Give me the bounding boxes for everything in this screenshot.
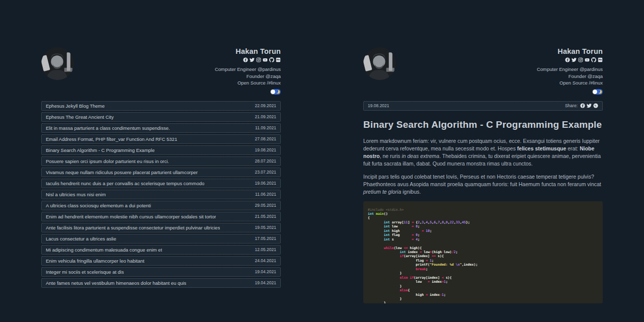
instagram-icon[interactable] (256, 57, 261, 62)
post-date: 11.06.2021 (255, 192, 276, 197)
post-date: 19.04.2021 (255, 269, 276, 274)
post-row[interactable]: Mi adipiscing condimentum malesuada cong… (41, 245, 281, 255)
moon-icon (276, 90, 280, 94)
post-date: 27.08.2021 (255, 136, 276, 141)
code-content: #include <stdio.h> int main() { int arra… (368, 208, 598, 303)
post-list: Ephesus Jekyll Blog Theme22.09.2021Ephes… (41, 101, 281, 288)
post-date: 19.06.2021 (255, 181, 276, 186)
article-title: Binary Search Algorithm - C Programming … (363, 119, 603, 130)
post-title: Elit in massa parturient a class condime… (46, 125, 170, 131)
post-date: 17.05.2021 (255, 236, 276, 241)
twitter-icon[interactable] (587, 103, 592, 108)
post-date: 19.05.2021 (255, 225, 276, 230)
post-row[interactable]: Vivamus neque nullam ridiculus posuere p… (41, 168, 281, 177)
toggle-knob-icon (593, 90, 597, 94)
post-title: Nisl a ultricies mus nisi enim (46, 192, 106, 197)
article-paragraph: Lorem markdownum feriam: vir, vulnere cu… (363, 137, 603, 168)
youtube-icon[interactable] (585, 57, 590, 62)
avatar[interactable] (363, 47, 396, 80)
post-title: Ephesus The Great Ancient City (46, 114, 114, 120)
post-row[interactable]: Binary Search Algorithm - C Programming … (41, 145, 281, 155)
post-date: 12.05.2021 (255, 247, 276, 252)
share-label: Share: (565, 103, 578, 108)
social-icon-row: Me (215, 57, 281, 62)
site-name: Hakan Torun (537, 47, 603, 55)
article-body: Lorem markdownum feriam: vir, vulnere cu… (363, 137, 603, 196)
post-title: Vivamus neque nullam ridiculus posuere p… (46, 170, 198, 175)
post-title: Lacus consectetur a ultrices aslie (46, 236, 116, 242)
article-paragraph: Incipit pars telis quod colebat tenet Io… (363, 173, 603, 196)
post-title: Posuere sapien orci ipsum dolor parturie… (46, 158, 169, 164)
post-date: 23.07.2021 (255, 170, 276, 175)
post-title: Integer mi sociis et scelerisque at dis (46, 269, 124, 275)
youtube-icon[interactable] (263, 57, 268, 62)
bio-line-opensource: Open Source /#linux (215, 79, 281, 87)
post-row[interactable]: Iaculis hendrerit nunc duis a per conval… (41, 179, 281, 188)
post-title: Iaculis hendrerit nunc duis a per conval… (46, 181, 204, 186)
bio-line-founder: Founder @zaqa (537, 73, 603, 80)
post-row[interactable]: Integer mi sociis et scelerisque at dis1… (41, 267, 281, 277)
twitter-icon[interactable] (572, 57, 577, 62)
avatar-photo (41, 47, 74, 80)
share-box: Share: (565, 103, 598, 108)
post-date: 28.07.2021 (255, 158, 276, 164)
svg-text:Me: Me (277, 58, 280, 61)
post-date: 11.09.2021 (255, 125, 276, 130)
post-row[interactable]: Posuere sapien orci ipsum dolor parturie… (41, 156, 281, 166)
bio-line-role: Computer Engineer @pardinus (537, 66, 603, 73)
article-page-panel: Hakan Torun Me Computer Engineer @pardin… (322, 0, 644, 322)
avatar[interactable] (41, 47, 74, 80)
facebook-icon[interactable] (580, 103, 585, 108)
post-row[interactable]: Email Address Format, PHP filter_var Fun… (41, 134, 281, 144)
post-date: 19.04.2021 (255, 280, 276, 285)
medium-icon[interactable]: Me (276, 57, 281, 62)
post-row[interactable]: A ultricies class sociosqu elementum a d… (41, 201, 281, 210)
post-title: A ultricies class sociosqu elementum a d… (46, 203, 151, 208)
article-date: 19.08.2021 (368, 103, 389, 108)
post-title: Ante fames netus vel vestibulum himenaeo… (46, 280, 186, 286)
post-title: Mi adipiscing condimentum malesuada cong… (46, 247, 162, 253)
whatsapp-icon[interactable] (593, 103, 598, 108)
post-date: 29.05.2021 (255, 203, 276, 208)
social-icon-row: Me (537, 57, 603, 62)
instagram-icon[interactable] (578, 57, 583, 62)
post-title: Enim vehicula fringilla ullamcorper leo … (46, 258, 144, 264)
post-row[interactable]: Ante facilisis litora parturient a suspe… (41, 223, 281, 232)
posts-page-panel: Hakan Torun Me Computer Engineer @pardin… (0, 0, 322, 322)
post-row[interactable]: Ante fames netus vel vestibulum himenaeo… (41, 278, 281, 288)
bio-line-opensource: Open Source /#linux (537, 79, 603, 87)
post-title: Enim ad hendrerit elementum molestie nib… (46, 214, 216, 219)
github-icon[interactable] (269, 57, 274, 62)
post-date: 19.08.2021 (255, 147, 276, 152)
post-row[interactable]: Enim vehicula fringilla ullamcorper leo … (41, 256, 281, 266)
twitter-icon[interactable] (250, 57, 255, 62)
post-title: Email Address Format, PHP filter_var Fun… (46, 136, 177, 142)
post-date: 21.09.2021 (255, 114, 276, 119)
post-row[interactable]: Elit in massa parturient a class condime… (41, 123, 281, 133)
facebook-icon[interactable] (243, 57, 248, 62)
post-date: 22.09.2021 (255, 103, 276, 108)
post-date: 21.05.2021 (255, 214, 276, 219)
code-block: #include <stdio.h> int main() { int arra… (363, 201, 603, 303)
toggle-knob-icon (271, 90, 275, 94)
post-row[interactable]: Lacus consectetur a ultrices aslie17.05.… (41, 234, 281, 244)
post-row[interactable]: Ephesus The Great Ancient City21.09.2021 (41, 112, 281, 122)
theme-toggle[interactable] (270, 89, 281, 95)
facebook-icon[interactable] (565, 57, 570, 62)
post-row[interactable]: Ephesus Jekyll Blog Theme22.09.2021 (41, 101, 281, 111)
site-header: Hakan Torun Me Computer Engineer @pardin… (363, 47, 603, 95)
theme-toggle[interactable] (592, 89, 603, 95)
site-header: Hakan Torun Me Computer Engineer @pardin… (41, 47, 281, 95)
github-icon[interactable] (591, 57, 596, 62)
post-row[interactable]: Enim ad hendrerit elementum molestie nib… (41, 212, 281, 221)
share-icon-row (580, 103, 598, 108)
post-row[interactable]: Nisl a ultricies mus nisi enim11.06.2021 (41, 190, 281, 199)
post-title: Ante facilisis litora parturient a suspe… (46, 225, 220, 230)
bio-line-founder: Founder @zaqa (215, 73, 281, 80)
svg-text:Me: Me (599, 58, 602, 61)
post-date: 24.04.2021 (255, 258, 276, 263)
post-title: Ephesus Jekyll Blog Theme (46, 103, 105, 109)
moon-icon (598, 90, 602, 94)
post-title: Binary Search Algorithm - C Programming … (46, 147, 154, 153)
medium-icon[interactable]: Me (598, 57, 603, 62)
